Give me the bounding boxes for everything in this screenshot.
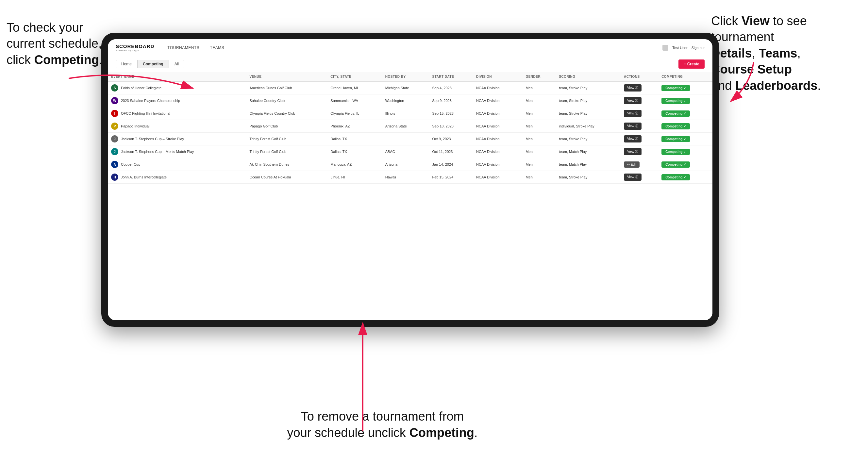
team-logo: J (111, 135, 118, 143)
cell-venue: Papago Golf Club (246, 120, 327, 133)
view-button[interactable]: View ⓘ (624, 174, 642, 181)
cell-scoring: individual, Stroke Play (556, 120, 621, 133)
tab-home[interactable]: Home (116, 60, 137, 68)
cell-competing: Competing ✓ (658, 82, 712, 94)
nav-signout[interactable]: Sign out (691, 46, 705, 50)
cell-gender: Men (522, 82, 556, 94)
nav-teams[interactable]: TEAMS (210, 45, 224, 50)
col-venue: VENUE (246, 72, 327, 82)
cell-division: NCAA Division I (473, 82, 522, 94)
view-button[interactable]: View ⓘ (624, 84, 642, 92)
cell-event-name: H John A. Burns Intercollegiate (108, 171, 246, 184)
col-gender: GENDER (522, 72, 556, 82)
table-container: EVENT NAME VENUE CITY, STATE HOSTED BY S… (108, 72, 712, 320)
cell-gender: Men (522, 146, 556, 158)
cell-start-date: Jan 14, 2024 (429, 158, 473, 171)
cell-competing: Competing ✓ (658, 133, 712, 146)
filter-bar: Home Competing All + Create (108, 56, 712, 72)
cell-event-name: W 2023 Sahalee Players Championship (108, 94, 246, 107)
competing-button[interactable]: Competing ✓ (661, 149, 690, 155)
table-row: P Papago Individual Papago Golf Club Pho… (108, 120, 712, 133)
cell-hosted-by: Hawaii (382, 171, 429, 184)
cell-venue: Ak-Chin Southern Dunes (246, 158, 327, 171)
cell-hosted-by: Arizona State (382, 120, 429, 133)
competing-button[interactable]: Competing ✓ (661, 98, 690, 104)
competing-button[interactable]: Competing ✓ (661, 174, 690, 180)
competing-button[interactable]: Competing ✓ (661, 161, 690, 168)
nav-right: Test User Sign out (662, 45, 705, 51)
view-button[interactable]: View ⓘ (624, 123, 642, 130)
cell-actions: View ⓘ (621, 146, 658, 158)
event-name: Jackson T. Stephens Cup – Men's Match Pl… (121, 150, 194, 154)
cell-venue: Olympia Fields Country Club (246, 107, 327, 120)
cell-division: NCAA Division I (473, 133, 522, 146)
cell-scoring: team, Stroke Play (556, 107, 621, 120)
filter-tabs: Home Competing All (116, 60, 184, 68)
event-name: Jackson T. Stephens Cup – Stroke Play (121, 137, 184, 141)
table-row: J Jackson T. Stephens Cup – Stroke Play … (108, 133, 712, 146)
cell-start-date: Oct 9, 2023 (429, 133, 473, 146)
cell-venue: Trinity Forest Golf Club (246, 146, 327, 158)
event-name: Papago Individual (121, 124, 149, 128)
tab-competing[interactable]: Competing (137, 60, 169, 68)
competing-button[interactable]: Competing ✓ (661, 123, 690, 129)
nav-tournaments[interactable]: TOURNAMENTS (167, 45, 199, 50)
cell-division: NCAA Division I (473, 120, 522, 133)
tab-all[interactable]: All (169, 60, 184, 68)
tablet-screen: SCOREBOARD Powered by clippi TOURNAMENTS… (108, 39, 712, 320)
tablet: SCOREBOARD Powered by clippi TOURNAMENTS… (101, 33, 719, 327)
cell-venue: Sahalee Country Club (246, 94, 327, 107)
team-logo: I (111, 110, 118, 117)
team-logo: P (111, 123, 118, 130)
annotation-bottom: To remove a tournament from your schedul… (268, 408, 497, 441)
table-row: I OFCC Fighting Illini Invitational Olym… (108, 107, 712, 120)
view-button[interactable]: View ⓘ (624, 148, 642, 155)
annotation-line2: current schedule, (6, 37, 102, 50)
nav-links: TOURNAMENTS TEAMS (167, 45, 662, 50)
event-name: John A. Burns Intercollegiate (121, 175, 167, 179)
annotation-line1: To check your (6, 21, 83, 34)
competing-button[interactable]: Competing ✓ (661, 111, 690, 117)
cell-gender: Men (522, 94, 556, 107)
cell-city-state: Phoenix, AZ (327, 120, 382, 133)
cell-city-state: Grand Haven, MI (327, 82, 382, 94)
edit-button[interactable]: ✏ Edit (624, 161, 640, 168)
view-button[interactable]: View ⓘ (624, 110, 642, 117)
cell-city-state: Lihue, HI (327, 171, 382, 184)
col-hosted-by: HOSTED BY (382, 72, 429, 82)
view-button[interactable]: View ⓘ (624, 97, 642, 104)
cell-hosted-by: Illinois (382, 107, 429, 120)
col-scoring: SCORING (556, 72, 621, 82)
cell-venue: American Dunes Golf Club (246, 82, 327, 94)
cell-venue: Trinity Forest Golf Club (246, 133, 327, 146)
competing-button[interactable]: Competing ✓ (661, 85, 690, 91)
cell-gender: Men (522, 133, 556, 146)
table-row: S Folds of Honor Collegiate American Dun… (108, 82, 712, 94)
event-name: OFCC Fighting Illini Invitational (121, 112, 170, 115)
cell-venue: Ocean Course At Hokuala (246, 171, 327, 184)
cell-scoring: team, Match Play (556, 146, 621, 158)
cell-city-state: Maricopa, AZ (327, 158, 382, 171)
cell-actions: View ⓘ (621, 171, 658, 184)
table-row: A Copper Cup Ak-Chin Southern Dunes Mari… (108, 158, 712, 171)
brand: SCOREBOARD Powered by clippi (116, 43, 154, 52)
team-logo: S (111, 84, 118, 92)
cell-gender: Men (522, 171, 556, 184)
col-event-name: EVENT NAME (108, 72, 246, 82)
create-button[interactable]: + Create (678, 60, 705, 69)
cell-hosted-by: Arizona (382, 158, 429, 171)
cell-start-date: Sep 18, 2023 (429, 120, 473, 133)
view-button[interactable]: View ⓘ (624, 135, 642, 143)
cell-competing: Competing ✓ (658, 171, 712, 184)
cell-division: NCAA Division I (473, 107, 522, 120)
cell-competing: Competing ✓ (658, 94, 712, 107)
event-name: Folds of Honor Collegiate (121, 86, 161, 90)
col-division: DIVISION (473, 72, 522, 82)
nav-user: Test User (672, 46, 687, 50)
cell-scoring: team, Match Play (556, 158, 621, 171)
competing-button[interactable]: Competing ✓ (661, 136, 690, 142)
col-actions: ACTIONS (621, 72, 658, 82)
cell-hosted-by: Michigan State (382, 82, 429, 94)
navbar: SCOREBOARD Powered by clippi TOURNAMENTS… (108, 39, 712, 56)
tournaments-table: EVENT NAME VENUE CITY, STATE HOSTED BY S… (108, 72, 712, 184)
